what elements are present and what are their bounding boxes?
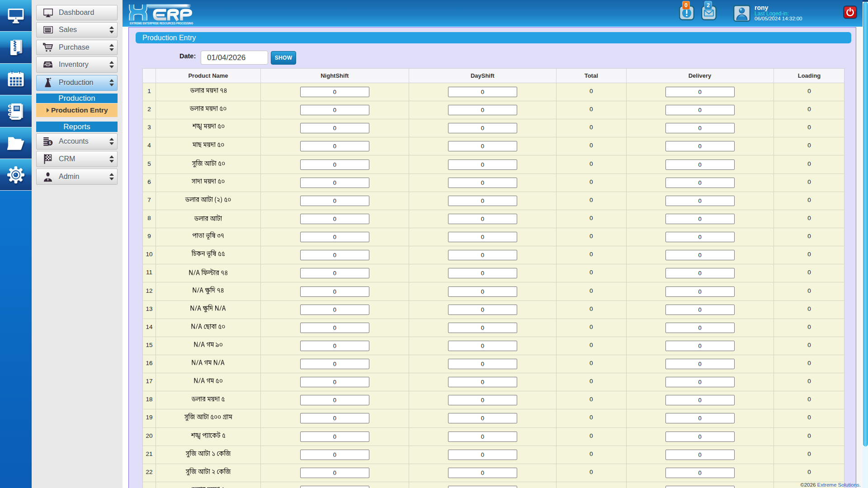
- svg-text:EXTREME ENTERPRISE RESOURCES P: EXTREME ENTERPRISE RESOURCES PROCESSING: [130, 22, 193, 25]
- svg-text:$: $: [49, 141, 51, 145]
